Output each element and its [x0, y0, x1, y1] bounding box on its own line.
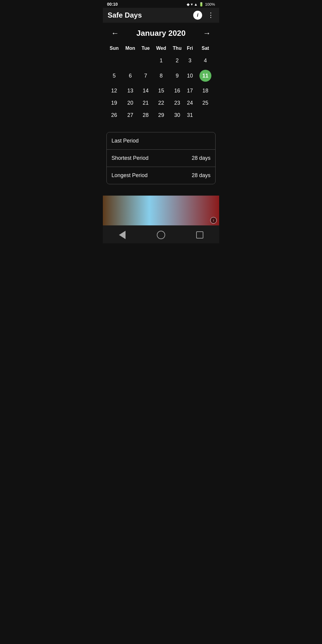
calendar-day[interactable]: 31	[185, 109, 195, 121]
ad-overlay	[103, 196, 219, 225]
info-row-value-1: 28 days	[192, 155, 210, 161]
app-bar: Safe Days i ⋮	[103, 8, 219, 23]
weekday-sat: Sat	[195, 44, 216, 55]
calendar-body: 1234567891011121314151617181920212223242…	[106, 55, 216, 121]
calendar-day	[106, 55, 122, 67]
calendar-day[interactable]: 20	[122, 97, 139, 109]
calendar-day[interactable]: 14	[139, 85, 153, 97]
calendar-day[interactable]: 11	[195, 67, 216, 85]
ad-icon: i	[210, 217, 217, 224]
calendar-day[interactable]: 22	[153, 97, 170, 109]
info-button[interactable]: i	[193, 11, 202, 20]
calendar-day[interactable]: 27	[122, 109, 139, 121]
calendar-day[interactable]: 28	[139, 109, 153, 121]
month-nav: ← January 2020 →	[106, 27, 216, 39]
calendar-day[interactable]: 2	[170, 55, 185, 67]
status-bar: 00:10 ◆ ▾ ▲ 🔋 100%	[103, 0, 219, 8]
app-bar-icons: i ⋮	[193, 11, 214, 20]
weekday-fri: Fri	[185, 44, 195, 55]
recents-icon	[196, 231, 203, 239]
main-content: ← January 2020 → SunMonTueWedThuFriSat 1…	[103, 23, 219, 225]
nav-home-button[interactable]	[156, 230, 166, 240]
nav-recents-button[interactable]	[194, 230, 205, 240]
calendar-day[interactable]: 21	[139, 97, 153, 109]
calendar-month-title: January 2020	[137, 29, 186, 38]
calendar-day[interactable]: 29	[153, 109, 170, 121]
weekday-wed: Wed	[153, 44, 170, 55]
calendar-week-1: 1234	[106, 55, 216, 67]
calendar-week-2: 567891011	[106, 67, 216, 85]
calendar-week-4: 19202122232425	[106, 97, 216, 109]
calendar-day[interactable]: 9	[170, 67, 185, 85]
back-icon	[119, 231, 126, 239]
status-battery: 100%	[205, 2, 215, 7]
info-row-0[interactable]: Last Period	[107, 132, 215, 149]
info-row-value-2: 28 days	[192, 172, 210, 179]
next-month-button[interactable]: →	[199, 27, 214, 39]
calendar-day[interactable]: 1	[153, 55, 170, 67]
info-row-2[interactable]: Longest Period28 days	[107, 167, 215, 184]
calendar-day[interactable]: 8	[153, 67, 170, 85]
calendar-day[interactable]: 16	[170, 85, 185, 97]
nav-back-button[interactable]	[117, 230, 128, 240]
home-icon	[157, 231, 165, 239]
weekday-header-row: SunMonTueWedThuFriSat	[106, 44, 216, 55]
calendar-day[interactable]: 3	[185, 55, 195, 67]
calendar-week-3: 12131415161718	[106, 85, 216, 97]
calendar-day[interactable]: 23	[170, 97, 185, 109]
info-row-label-1: Shortest Period	[112, 155, 148, 161]
calendar-day[interactable]: 12	[106, 85, 122, 97]
info-row-label-2: Longest Period	[112, 172, 148, 179]
calendar-day[interactable]: 19	[106, 97, 122, 109]
status-icons: ◆ ▾ ▲ 🔋	[187, 2, 204, 7]
calendar-day[interactable]: 24	[185, 97, 195, 109]
calendar-week-5: 262728293031	[106, 109, 216, 121]
calendar-day[interactable]: 25	[195, 97, 216, 109]
info-row-1[interactable]: Shortest Period28 days	[107, 149, 215, 167]
calendar-day	[122, 55, 139, 67]
calendar-day[interactable]: 17	[185, 85, 195, 97]
weekday-sun: Sun	[106, 44, 122, 55]
status-time: 00:10	[107, 2, 118, 7]
calendar-day[interactable]: 5	[106, 67, 122, 85]
calendar-container: ← January 2020 → SunMonTueWedThuFriSat 1…	[103, 23, 219, 125]
calendar-day[interactable]: 18	[195, 85, 216, 97]
calendar-day[interactable]: 26	[106, 109, 122, 121]
status-right: ◆ ▾ ▲ 🔋 100%	[187, 2, 215, 7]
calendar-day[interactable]: 4	[195, 55, 216, 67]
calendar-day[interactable]: 13	[122, 85, 139, 97]
calendar-day[interactable]: 30	[170, 109, 185, 121]
calendar-day	[139, 55, 153, 67]
weekday-mon: Mon	[122, 44, 139, 55]
calendar-day[interactable]: 7	[139, 67, 153, 85]
calendar-day[interactable]: 6	[122, 67, 139, 85]
calendar-day[interactable]: 10	[185, 67, 195, 85]
ad-banner: i	[103, 196, 219, 225]
calendar-grid: SunMonTueWedThuFriSat 123456789101112131…	[106, 44, 216, 121]
nav-bar	[103, 225, 219, 243]
info-row-label-0: Last Period	[112, 138, 139, 144]
weekday-thu: Thu	[170, 44, 185, 55]
calendar-day	[195, 109, 216, 121]
prev-month-button[interactable]: ←	[108, 27, 123, 39]
today-marker: 11	[199, 70, 211, 82]
weekday-tue: Tue	[139, 44, 153, 55]
calendar-day[interactable]: 15	[153, 85, 170, 97]
period-info-box: Last PeriodShortest Period28 daysLongest…	[106, 132, 216, 184]
more-button[interactable]: ⋮	[208, 11, 214, 19]
app-title: Safe Days	[108, 11, 142, 19]
